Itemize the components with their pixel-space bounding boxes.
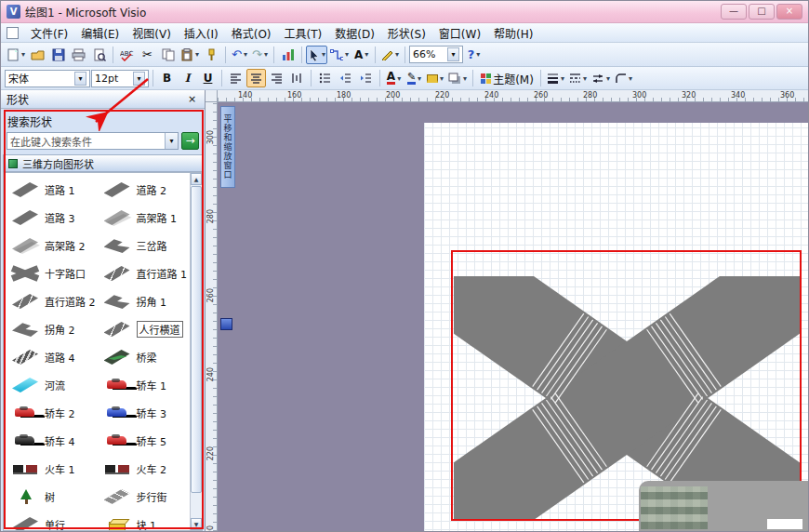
shape-item[interactable]: 步行街 [98,483,190,511]
shape-item[interactable]: 道路 3 [6,204,98,232]
shapes-scrollbar[interactable]: ▲ ▼ [190,173,202,530]
new-document-button[interactable]: ▾ [5,46,27,64]
menu-item[interactable]: 格式(O) [225,23,278,43]
shape-item[interactable]: 高架路 2 [6,232,98,259]
format-painter-button[interactable] [202,46,221,64]
font-combo[interactable]: 宋体 ▾ [5,70,90,87]
chart-button[interactable] [278,46,298,64]
redo-button[interactable]: ↷▾ [250,46,270,64]
scroll-down-icon[interactable]: ▼ [191,518,202,530]
menu-item[interactable]: 窗口(W) [432,23,487,43]
italic-button[interactable]: I [178,69,197,87]
menu-item[interactable]: 形状(S) [381,23,432,43]
shape-item[interactable]: 树 [6,483,98,511]
bullets-button[interactable] [315,69,335,87]
cut-button[interactable]: ✂ [138,46,157,64]
search-input[interactable] [7,135,165,147]
spelling-button[interactable]: ABC [117,46,137,64]
font-size-combo[interactable]: 12pt ▾ [91,70,149,87]
paste-button[interactable]: ▾ [179,46,201,64]
shape-item[interactable]: 桥梁 [98,343,190,371]
theme-button[interactable]: 主题(M) [477,69,537,87]
fill-color-button[interactable]: ▾ [425,69,445,87]
increase-indent-button[interactable] [356,69,376,87]
shape-item[interactable]: 拐角 1 [98,287,190,315]
river-icon [9,377,41,393]
shape-item[interactable]: 轿车 4 [6,427,98,455]
collapsed-window-button[interactable] [220,318,232,330]
chevron-down-icon[interactable]: ▾ [165,133,178,149]
shape-item[interactable]: 直行道路 2 [6,287,98,315]
shape-item[interactable]: 火车 1 [6,455,98,483]
align-right-button[interactable] [267,69,286,87]
shape-item[interactable]: 轿车 5 [98,427,190,455]
drawing-canvas[interactable]: 140160180200220240260280300320340360 300… [206,90,808,531]
scroll-up-icon[interactable]: ▲ [191,173,202,185]
line-ends-button[interactable]: ▾ [590,69,612,87]
menu-item[interactable]: 插入(I) [178,23,225,43]
align-left-button[interactable] [226,69,245,87]
font-color-button[interactable]: A▾ [384,69,404,87]
pointer-tool-button[interactable]: ▾ [306,46,327,64]
decrease-indent-button[interactable] [336,69,355,87]
underline-button[interactable]: U [198,69,218,87]
zoom-combo[interactable]: 66% ▾ [409,46,463,63]
shape-item[interactable]: 河流 [6,371,98,399]
bold-button[interactable]: B [157,69,177,87]
open-button[interactable] [28,46,47,64]
menu-item[interactable]: 工具(T) [278,23,329,43]
connector-tool-button[interactable]: ▾ [328,46,351,64]
shape-item[interactable]: 道路 2 [98,176,190,204]
help-icon: ? [468,48,475,60]
shape-item[interactable]: 三岔路 [98,232,190,259]
help-button[interactable]: ?▾ [464,46,484,64]
shape-item[interactable]: 轿车 1 [98,371,190,399]
print-preview-button[interactable] [89,46,109,64]
fill-color-icon [427,74,438,83]
shape-item[interactable]: 高架路 1 [98,204,190,232]
ruler-label: 240 [206,367,215,381]
shape-item[interactable]: 块 1 [98,511,190,531]
corner-rounding-button[interactable]: ▾ [613,69,634,87]
line-color-button[interactable]: ✎▾ [404,69,424,87]
menu-item[interactable]: 帮助(H) [487,23,539,43]
undo-button[interactable]: ↶▾ [230,46,249,64]
separator [375,47,376,63]
shape-item[interactable]: 十字路口 [6,259,98,287]
shape-item[interactable]: 单行 [6,511,98,531]
shadow-button[interactable]: ▾ [446,69,469,87]
save-button[interactable] [48,46,68,64]
stencil-section-header[interactable]: 三维方向图形状 [3,154,203,172]
line-weight-button[interactable]: ▾ [545,69,566,87]
text-tool-button[interactable]: A▾ [351,46,371,64]
shape-item[interactable]: 轿车 3 [98,399,190,427]
align-center-button[interactable] [246,69,266,87]
menu-item[interactable]: 数据(D) [328,23,381,43]
print-button[interactable] [69,46,88,64]
line-pattern-button[interactable]: ▾ [567,69,589,87]
shape-item[interactable]: 直行道路 1 [98,259,190,287]
shape-item[interactable]: 拐角 2 [6,315,98,343]
maximize-button[interactable]: □ [749,4,775,20]
shape-item[interactable]: 人行横道 [98,315,190,343]
shape-item[interactable]: 轿车 2 [6,399,98,427]
shape-item[interactable]: 道路 4 [6,343,98,371]
copy-button[interactable] [158,46,178,64]
shape-item[interactable]: 道路 1 [6,176,98,204]
menu-item[interactable]: 文件(F) [24,23,74,43]
ruler-label: 220 [206,446,215,460]
scroll-thumb[interactable] [191,186,202,493]
panel-close-button[interactable]: × [185,92,199,106]
new-page-icon [7,48,20,61]
drawing-tool-button[interactable]: ▾ [379,46,401,64]
menu-item[interactable]: 视图(V) [126,23,178,43]
pan-zoom-window-tab[interactable]: 平移和缩放窗口 [220,106,235,188]
minimize-button[interactable]: — [721,4,747,20]
preview-icon [93,48,106,61]
search-go-button[interactable]: → [181,132,199,150]
shape-item[interactable]: 火车 2 [98,455,190,483]
menu-item[interactable]: 编辑(E) [74,23,126,43]
search-combo[interactable]: ▾ [7,132,179,150]
vertical-align-button[interactable] [287,69,307,87]
close-button[interactable]: × [776,4,802,20]
